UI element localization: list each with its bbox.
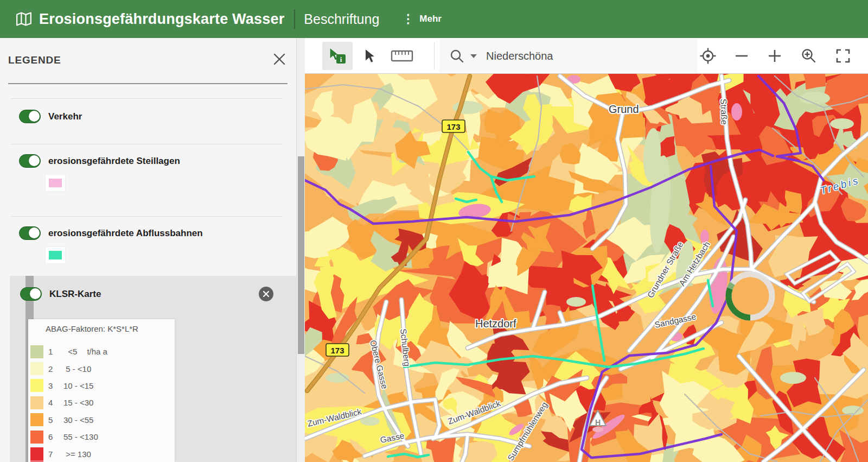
legend-close-icon[interactable] xyxy=(272,52,286,68)
layer-section-klsr: KLSR-Karte ABAG-Faktoren: K*S*L*R 1 <5t/… xyxy=(10,276,296,462)
abag-class-number: 3 xyxy=(48,381,61,390)
layer-toggle-klsr[interactable] xyxy=(20,287,42,301)
abag-class-range: 10 - <15 xyxy=(63,381,93,390)
abag-color-swatch xyxy=(30,396,43,409)
geolocate-button[interactable] xyxy=(696,42,720,70)
layer-toggle-verkehr[interactable] xyxy=(19,110,41,123)
abag-class-row: 7 >= 130 xyxy=(28,445,175,462)
abag-title: ABAG-Faktoren: K*S*L*R xyxy=(46,324,138,333)
search-icon[interactable] xyxy=(449,48,464,64)
abag-unit: t/ha a xyxy=(87,347,107,356)
abag-class-row: 530 - <55 xyxy=(28,412,175,428)
abag-color-swatch xyxy=(30,413,43,426)
abag-class-number: 7 xyxy=(48,450,61,459)
zoom-to-rectangle-button[interactable] xyxy=(797,42,821,70)
legend-header-divider xyxy=(8,83,288,84)
svg-text:H: H xyxy=(595,418,601,427)
zoom-out-button[interactable] xyxy=(730,42,754,70)
nav-beschriftung[interactable]: Beschriftung xyxy=(304,11,379,27)
abag-color-swatch xyxy=(30,431,43,444)
svg-text:173: 173 xyxy=(446,122,460,131)
layer-label: KLSR-Karte xyxy=(49,289,101,300)
ruler-icon xyxy=(391,49,413,62)
abflussbahnen-swatch xyxy=(49,251,62,260)
app-window: Erosionsgefährdungskarte Wasser Beschrif… xyxy=(0,0,868,462)
zoom-in-button[interactable] xyxy=(763,42,787,70)
map-label: Hetzdorf xyxy=(475,318,516,330)
layer-label: erosionsgefährdete Steillagen xyxy=(48,156,180,167)
select-tool-button[interactable] xyxy=(357,42,383,70)
abag-legend-image: ABAG-Faktoren: K*S*L*R 1 <5t/ha a2 5 - <… xyxy=(28,319,175,462)
klsr-remove-icon[interactable] xyxy=(259,287,273,301)
header-divider xyxy=(294,9,295,29)
abag-color-swatch xyxy=(30,447,43,460)
abag-class-row: 2 5 - <10 xyxy=(28,360,175,377)
fullscreen-icon xyxy=(836,49,850,63)
layer-toggle-steillagen[interactable] xyxy=(19,154,41,168)
abag-class-row: 655 - <130 xyxy=(28,428,175,445)
abag-color-swatch xyxy=(30,379,43,392)
abag-color-swatch xyxy=(30,345,43,358)
abag-class-range: <5 xyxy=(63,347,77,356)
abflussbahnen-swatch-tile xyxy=(46,247,65,263)
layer-toggle-abflussbahnen[interactable] xyxy=(19,226,41,240)
layer-label: Verkehr xyxy=(48,111,82,122)
road-badge-173: 173 xyxy=(442,120,465,132)
search-box xyxy=(439,39,697,73)
divider xyxy=(11,144,282,144)
measure-tool-button[interactable] xyxy=(385,42,419,70)
search-options-caret-icon[interactable] xyxy=(470,54,477,59)
abag-class-range: 55 - <130 xyxy=(63,432,98,441)
abag-class-row: 415 - <30 xyxy=(28,394,175,411)
abag-class-list: 1 <5t/ha a2 5 - <10310 - <15415 - <30530… xyxy=(28,343,175,462)
app-title: Erosionsgefährdungskarte Wasser xyxy=(39,11,284,28)
abag-class-number: 4 xyxy=(48,398,61,407)
legend-scrollbar[interactable] xyxy=(296,38,305,462)
abag-class-number: 2 xyxy=(48,364,61,374)
legend-title: LEGENDE xyxy=(8,54,61,66)
divider xyxy=(11,216,282,217)
abag-class-range: 30 - <55 xyxy=(63,415,93,425)
abag-class-row: 310 - <15 xyxy=(28,377,175,394)
abag-color-swatch xyxy=(30,362,43,375)
layer-label: erosionsgefährdete Abflussbahnen xyxy=(48,228,203,239)
identify-tool-button[interactable]: i xyxy=(322,42,353,70)
legend-scrollbar-thumb[interactable] xyxy=(298,156,304,354)
fullscreen-button[interactable] xyxy=(831,42,855,70)
map-label: Grund xyxy=(609,103,639,115)
steillagen-swatch-tile xyxy=(46,175,65,191)
map-label: Straße xyxy=(719,99,729,125)
folded-map-icon xyxy=(15,11,33,27)
toolbar-divider xyxy=(434,42,435,69)
abag-class-number: 1 xyxy=(48,347,61,356)
arrow-cursor-icon xyxy=(363,48,376,64)
layer-row-klsr: KLSR-Karte xyxy=(20,287,273,301)
svg-text:i: i xyxy=(340,55,342,64)
map-toolbar: i xyxy=(305,38,868,74)
kebab-menu-icon[interactable]: ⋮ xyxy=(402,12,414,26)
identify-cursor-icon: i xyxy=(328,47,347,65)
abag-class-range: 5 - <10 xyxy=(63,364,91,374)
abag-class-range: 15 - <30 xyxy=(63,398,93,407)
svg-text:173: 173 xyxy=(330,346,344,355)
abag-class-number: 6 xyxy=(48,432,61,441)
abag-class-range: >= 130 xyxy=(63,450,91,459)
search-input[interactable] xyxy=(485,49,666,63)
nav-mehr[interactable]: Mehr xyxy=(419,14,442,24)
steillagen-swatch xyxy=(49,179,62,187)
layer-row-steillagen: erosionsgefährdete Steillagen xyxy=(19,154,285,168)
app-header: Erosionsgefährdungskarte Wasser Beschrif… xyxy=(0,0,868,38)
divider xyxy=(11,98,282,99)
road-badge-173: 173 xyxy=(326,344,349,356)
abag-class-number: 5 xyxy=(48,415,61,425)
layer-row-verkehr: Verkehr xyxy=(19,110,285,123)
map-canvas[interactable]: 173173GrundHetzdorfStraßeSchulbergObere … xyxy=(305,74,868,462)
abag-class-row: 1 <5t/ha a xyxy=(28,343,175,360)
legend-panel: LEGENDE Verkehr erosionsgefährdete Steil… xyxy=(0,38,296,462)
geolocate-icon xyxy=(699,47,717,65)
layer-row-abflussbahnen: erosionsgefährdete Abflussbahnen xyxy=(19,226,285,240)
plus-icon xyxy=(768,49,782,63)
minus-icon xyxy=(735,49,749,63)
magnifier-plus-icon xyxy=(801,48,817,64)
